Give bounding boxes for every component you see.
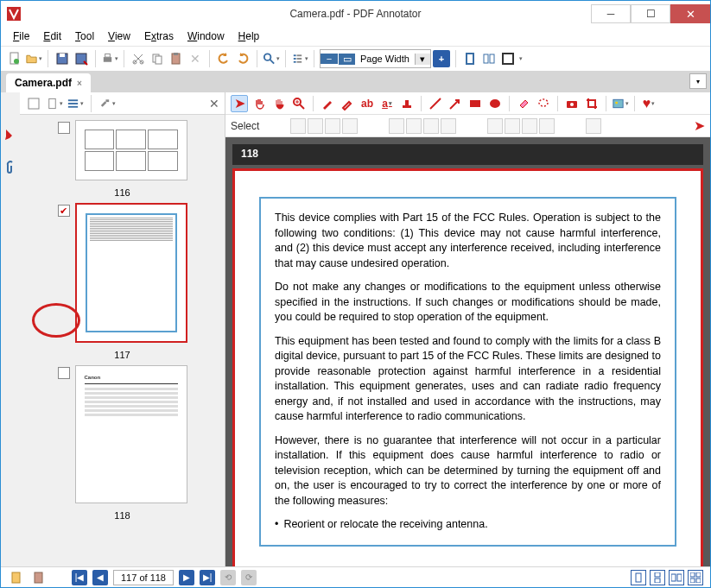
save-button[interactable]: [54, 50, 71, 67]
prev-page-button[interactable]: ◀: [92, 570, 108, 585]
minimize-button[interactable]: ─: [591, 4, 631, 23]
sidebar-list-button[interactable]: ▾: [67, 95, 84, 112]
thumbnail-list[interactable]: 116 ✔ 117 Canon: [20, 115, 225, 566]
menu-file[interactable]: File: [8, 28, 35, 44]
backward-icon[interactable]: [441, 118, 456, 134]
paste-button[interactable]: [168, 50, 185, 67]
tab-close-icon[interactable]: ×: [77, 79, 82, 88]
sidebar-close-button[interactable]: ✕: [209, 97, 219, 111]
front-icon[interactable]: [389, 118, 404, 134]
lasso-tool[interactable]: [535, 95, 552, 112]
zoom-dropdown[interactable]: ▾: [415, 54, 430, 65]
menu-edit[interactable]: Edit: [38, 28, 67, 44]
redo-button[interactable]: [234, 50, 251, 67]
pan-tool[interactable]: [251, 95, 268, 112]
annotations-side-tab[interactable]: [3, 127, 18, 142]
view-continuous-button[interactable]: [650, 570, 665, 585]
sidebar-checkbox-button[interactable]: [25, 95, 42, 112]
single-page-button[interactable]: [461, 50, 479, 67]
menu-tool[interactable]: Tool: [70, 28, 99, 44]
sidebar-settings-button[interactable]: ▾: [98, 95, 116, 112]
close-button[interactable]: ✕: [670, 4, 710, 23]
fit-page-icon[interactable]: ▭: [338, 54, 355, 65]
pen-tool[interactable]: [319, 95, 336, 112]
favorites-tool[interactable]: ♥▾: [640, 95, 657, 112]
text-tool[interactable]: ab: [359, 95, 376, 112]
undo-button[interactable]: [215, 50, 232, 67]
svg-rect-4: [60, 54, 65, 57]
two-page-button[interactable]: [480, 50, 498, 67]
document-viewer[interactable]: 118 This device complies with Part 15 of…: [225, 137, 710, 566]
last-page-button[interactable]: ▶|: [200, 570, 215, 585]
sidebar-toolbar: ▾ ▾ ▾ ✕: [20, 92, 225, 115]
menu-view[interactable]: View: [103, 28, 136, 44]
menu-window[interactable]: Window: [182, 28, 230, 44]
thumbnail-checkbox[interactable]: [58, 367, 70, 379]
forward-icon[interactable]: [423, 118, 439, 134]
underline-tool[interactable]: a▾: [378, 95, 396, 112]
zoom-out-button[interactable]: −: [321, 54, 338, 64]
open-button[interactable]: ▾: [25, 50, 42, 67]
new-button[interactable]: [6, 50, 23, 67]
find-button[interactable]: ▾: [263, 50, 280, 67]
menu-extras[interactable]: Extras: [139, 28, 179, 44]
pointer-tool[interactable]: ➤: [231, 95, 248, 112]
thumbnail-117[interactable]: [75, 203, 187, 343]
attachments-side-tab[interactable]: [3, 160, 18, 175]
fullscreen-button[interactable]: [499, 50, 517, 67]
marker-tool[interactable]: [339, 95, 356, 112]
view-grid-button[interactable]: [688, 570, 703, 585]
align-bot-icon[interactable]: [522, 118, 537, 134]
first-page-button[interactable]: |◀: [72, 570, 87, 585]
back-icon[interactable]: [406, 118, 422, 134]
document-tab[interactable]: Camera.pdf ×: [6, 73, 91, 92]
unlock-icon[interactable]: [342, 118, 358, 134]
zoom-tool[interactable]: [290, 95, 308, 112]
align-left-icon[interactable]: [539, 118, 555, 134]
thumbnail-checkbox[interactable]: ✔: [58, 205, 70, 217]
status-clipboard-icon[interactable]: [30, 569, 48, 586]
copy-button[interactable]: [149, 50, 166, 67]
nav-back-button[interactable]: ⟲: [220, 570, 236, 585]
svg-rect-33: [405, 100, 409, 105]
thumbnail-118[interactable]: Canon: [75, 365, 187, 503]
lock-icon[interactable]: [325, 118, 340, 134]
crop-tool[interactable]: [583, 95, 600, 112]
misc-icon[interactable]: [586, 118, 601, 134]
thumbnail-checkbox[interactable]: [58, 122, 70, 134]
svg-rect-7: [105, 54, 111, 57]
status-doc-icon[interactable]: [8, 569, 25, 586]
line-tool[interactable]: [427, 95, 444, 112]
rectangle-tool[interactable]: [467, 95, 484, 112]
app-icon: [1, 1, 27, 27]
image-tool[interactable]: ▾: [612, 95, 629, 112]
zoom-in-button[interactable]: +: [433, 50, 450, 67]
zoom-control[interactable]: − ▭ Page Width ▾: [320, 49, 431, 68]
next-page-button[interactable]: ▶: [179, 570, 194, 585]
nav-fwd-button[interactable]: ⟳: [241, 570, 257, 585]
ellipse-tool[interactable]: [486, 95, 504, 112]
align-top-icon[interactable]: [487, 118, 503, 134]
print-button[interactable]: ▾: [101, 50, 118, 67]
tab-menu-button[interactable]: ▾: [689, 73, 707, 89]
ungroup-icon[interactable]: [308, 118, 323, 134]
snapshot-tool[interactable]: [563, 95, 581, 112]
sidebar-page-button[interactable]: ▾: [46, 95, 63, 112]
maximize-button[interactable]: ☐: [631, 4, 670, 23]
view-single-button[interactable]: [631, 570, 646, 585]
cut-button[interactable]: [130, 50, 147, 67]
stamp-tool[interactable]: [398, 95, 416, 112]
thumbnail-116[interactable]: [75, 120, 187, 180]
page-input[interactable]: [113, 570, 174, 585]
arrow-tool[interactable]: [447, 95, 464, 112]
align-mid-icon[interactable]: [505, 118, 520, 134]
hand-tool[interactable]: [270, 95, 288, 112]
align-group: [290, 118, 358, 134]
menu-help[interactable]: Help: [233, 28, 265, 44]
view-two-button[interactable]: [669, 570, 684, 585]
delete-button[interactable]: ✕: [187, 50, 204, 67]
bookmarks-button[interactable]: ▾: [291, 50, 308, 67]
group-icon[interactable]: [290, 118, 306, 134]
eraser-tool[interactable]: [515, 95, 532, 112]
save-as-button[interactable]: [73, 50, 90, 67]
